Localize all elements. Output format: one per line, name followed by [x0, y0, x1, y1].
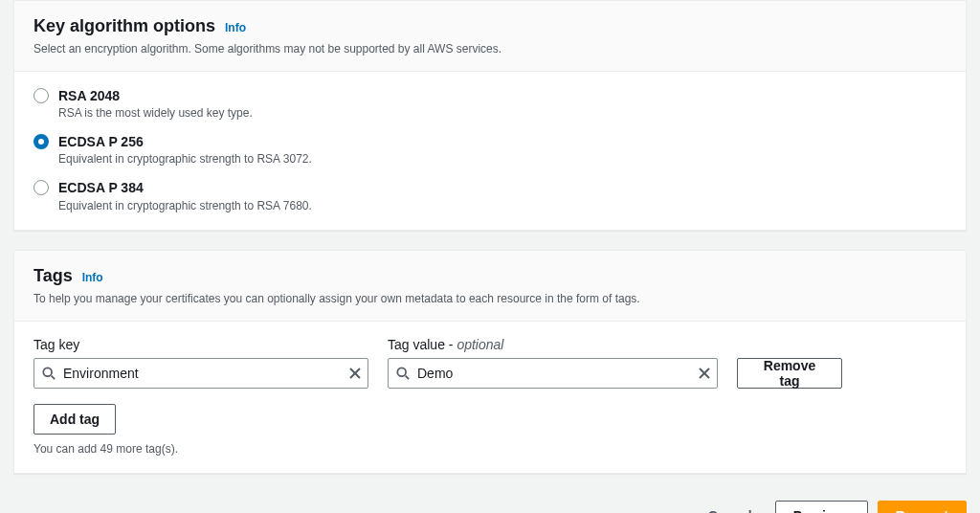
tag-key-input-wrap[interactable] [33, 358, 368, 389]
key-algorithm-title: Key algorithm options [33, 16, 215, 36]
add-tag-button[interactable]: Add tag [33, 404, 116, 435]
key-algorithm-panel: Key algorithm options Info Select an enc… [13, 0, 967, 231]
tag-key-input[interactable] [56, 360, 343, 387]
key-algorithm-info-link[interactable]: Info [225, 21, 246, 34]
radio-ecdsa-p256[interactable]: ECDSA P 256 Equivalent in cryptographic … [33, 133, 947, 166]
tags-title: Tags [33, 266, 73, 286]
search-icon [396, 367, 410, 380]
radio-sublabel: RSA is the most widely used key type. [58, 106, 253, 120]
tags-panel: Tags Info To help you manage your certif… [13, 250, 967, 474]
close-icon [349, 368, 361, 379]
radio-icon [33, 134, 49, 149]
radio-sublabel: Equivalent in cryptographic strength to … [58, 152, 312, 166]
radio-ecdsa-p384[interactable]: ECDSA P 384 Equivalent in cryptographic … [33, 179, 947, 212]
svg-line-5 [406, 375, 410, 379]
tag-value-input-wrap[interactable] [388, 358, 718, 389]
remove-tag-button[interactable]: Remove tag [737, 358, 842, 389]
radio-rsa-2048[interactable]: RSA 2048 RSA is the most widely used key… [33, 87, 947, 120]
tags-help-text: You can add 49 more tag(s). [33, 442, 947, 456]
tag-key-label: Tag key [33, 337, 368, 352]
tag-key-column: Tag key [33, 337, 368, 389]
tag-value-label: Tag value - optional [388, 337, 718, 352]
radio-icon [33, 180, 49, 195]
clear-tag-key-button[interactable] [343, 359, 368, 388]
cancel-button[interactable]: Cancel [695, 502, 766, 513]
request-button[interactable]: Request [878, 501, 967, 513]
tag-value-column: Tag value - optional [388, 337, 718, 389]
radio-label: RSA 2048 [58, 87, 253, 104]
search-icon [42, 367, 56, 380]
radio-icon [33, 88, 49, 103]
radio-label: ECDSA P 256 [58, 133, 312, 150]
key-algorithm-header: Key algorithm options Info Select an enc… [14, 1, 966, 72]
tags-description: To help you manage your certificates you… [33, 290, 947, 307]
tags-body: Tag key Tag value - optional [14, 322, 966, 473]
close-icon [699, 368, 710, 379]
svg-point-0 [43, 368, 52, 376]
footer-actions: Cancel Previous Request [0, 493, 980, 513]
key-algorithm-description: Select an encryption algorithm. Some alg… [33, 40, 947, 57]
tags-header: Tags Info To help you manage your certif… [14, 251, 966, 322]
radio-sublabel: Equivalent in cryptographic strength to … [58, 199, 312, 212]
key-algorithm-body: RSA 2048 RSA is the most widely used key… [14, 72, 966, 230]
clear-tag-value-button[interactable] [692, 359, 717, 388]
previous-button[interactable]: Previous [775, 501, 868, 513]
svg-line-1 [52, 375, 56, 379]
tag-value-input[interactable] [410, 360, 692, 387]
tag-row: Tag key Tag value - optional [33, 337, 947, 389]
svg-point-4 [397, 368, 406, 376]
tags-info-link[interactable]: Info [82, 271, 103, 284]
radio-label: ECDSA P 384 [58, 179, 312, 196]
